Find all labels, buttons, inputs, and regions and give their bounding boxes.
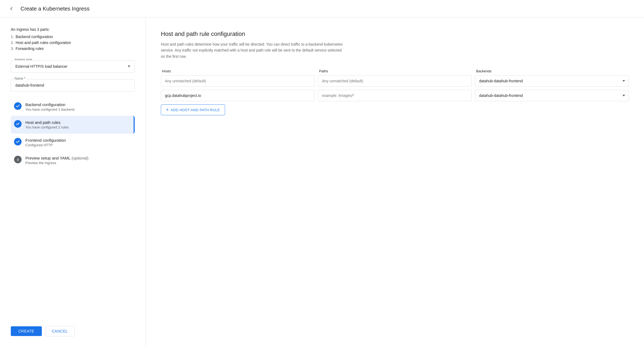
ingress-type-select[interactable]: External HTTP/S load balancer xyxy=(11,60,135,73)
step-frontend-text: Frontend configuration Configured HTTP xyxy=(25,138,66,147)
page-title: Create a Kubernetes Ingress xyxy=(21,6,90,12)
col-paths: Paths xyxy=(318,69,472,73)
step-backend-text: Backend configuration You have configure… xyxy=(25,102,74,111)
list-item: 2. Host and path rules configuration xyxy=(11,40,135,46)
step-host-path-sublabel: You have configured 2 rules xyxy=(25,125,69,129)
backend-select-1[interactable]: datahub-datahub-frontend xyxy=(475,75,629,87)
path-input-1[interactable] xyxy=(318,75,472,87)
step-backend-sublabel: You have configured 1 backend xyxy=(25,107,74,111)
step-items: Backend configuration You have configure… xyxy=(11,98,135,317)
step-backend-label: Backend configuration xyxy=(25,102,74,107)
step-preview-sublabel: Preview the Ingress xyxy=(25,161,89,165)
left-panel: An Ingress has 3 parts: 1. Backend confi… xyxy=(0,18,146,346)
rules-row-2: datahub-datahub-frontend xyxy=(161,90,629,101)
right-desc: Host and path rules determine how your t… xyxy=(161,41,344,59)
name-field: Name * xyxy=(11,79,135,91)
step-preview-text: Preview setup and YAML (optional) Previe… xyxy=(25,156,89,165)
step-backend[interactable]: Backend configuration You have configure… xyxy=(11,98,135,116)
ingress-type-select-wrapper: External HTTP/S load balancer xyxy=(11,60,135,73)
step-frontend[interactable]: Frontend configuration Configured HTTP xyxy=(11,134,135,151)
path-input-2[interactable] xyxy=(318,90,472,101)
add-rule-label: ADD HOST AND PATH RULE xyxy=(171,108,220,112)
plus-icon: + xyxy=(166,107,169,112)
col-backends: Backends xyxy=(475,69,629,73)
step-frontend-sublabel: Configured HTTP xyxy=(25,143,66,147)
ingress-type-field: Ingress type External HTTP/S load balanc… xyxy=(11,60,135,73)
create-button[interactable]: CREATE xyxy=(11,326,42,336)
list-item: 1. Backend configuration xyxy=(11,34,135,40)
backend-select-wrapper-2: datahub-datahub-frontend xyxy=(475,90,629,101)
right-panel: Host and path rule configuration Host an… xyxy=(146,18,644,346)
parts-list: 1. Backend configuration 2. Host and pat… xyxy=(11,34,135,52)
rules-header: Hosts Paths Backends xyxy=(161,69,629,73)
rules-row-1: datahub-datahub-frontend xyxy=(161,75,629,87)
step-preview-icon: 4 xyxy=(14,156,22,163)
bottom-buttons: CREATE CANCEL xyxy=(11,326,135,336)
name-label: Name * xyxy=(13,77,26,80)
list-item: 3. Forwarding rules xyxy=(11,46,135,52)
right-title: Host and path rule configuration xyxy=(161,30,629,38)
main-content: An Ingress has 3 parts: 1. Backend confi… xyxy=(0,18,644,346)
col-hosts: Hosts xyxy=(161,69,315,73)
backend-select-2[interactable]: datahub-datahub-frontend xyxy=(475,90,629,101)
rules-table: Hosts Paths Backends datahub-datahub-fro… xyxy=(161,69,629,101)
host-input-2[interactable] xyxy=(161,90,315,101)
step-host-path-text: Host and path rules You have configured … xyxy=(25,120,69,129)
backend-select-wrapper-1: datahub-datahub-frontend xyxy=(475,75,629,87)
step-host-path-icon xyxy=(14,120,22,128)
step-backend-icon xyxy=(14,102,22,110)
intro-text: An Ingress has 3 parts: xyxy=(11,27,135,32)
step-frontend-label: Frontend configuration xyxy=(25,138,66,143)
step-host-path[interactable]: Host and path rules You have configured … xyxy=(11,116,135,134)
add-host-path-rule-button[interactable]: + ADD HOST AND PATH RULE xyxy=(161,104,225,115)
top-bar: Create a Kubernetes Ingress xyxy=(0,0,644,18)
host-input-1[interactable] xyxy=(161,75,315,87)
step-host-path-label: Host and path rules xyxy=(25,120,69,125)
step-preview[interactable]: 4 Preview setup and YAML (optional) Prev… xyxy=(11,151,135,169)
name-input[interactable] xyxy=(11,79,135,91)
cancel-button[interactable]: CANCEL xyxy=(45,326,75,336)
step-frontend-icon xyxy=(14,138,22,145)
step-preview-label: Preview setup and YAML (optional) xyxy=(25,156,89,160)
back-button[interactable] xyxy=(6,4,16,13)
